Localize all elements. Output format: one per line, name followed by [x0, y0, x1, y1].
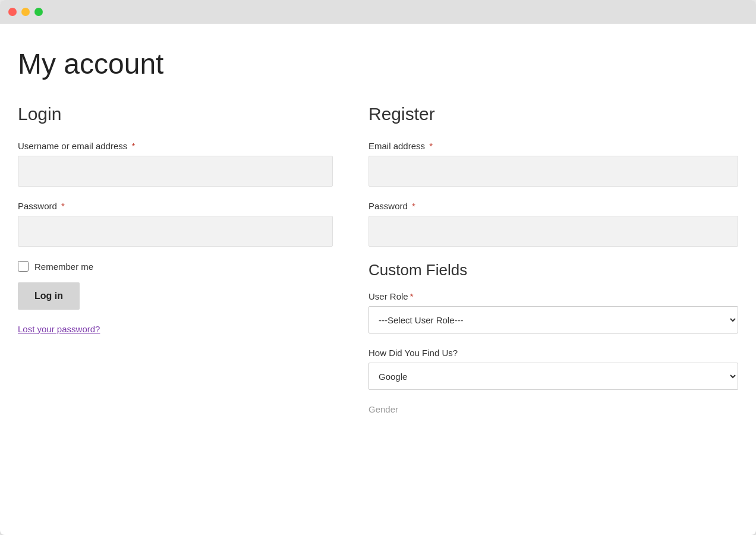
custom-fields-title: Custom Fields — [368, 261, 738, 279]
username-input[interactable] — [18, 156, 333, 187]
username-field-group: Username or email address * — [18, 141, 333, 187]
remember-me-label: Remember me — [34, 262, 93, 272]
page-content: My account Login Username or email addre… — [0, 24, 756, 452]
user-role-required-star: * — [410, 291, 414, 301]
login-button[interactable]: Log in — [18, 282, 80, 310]
lost-password-link[interactable]: Lost your password? — [18, 324, 100, 334]
find-us-label: How Did You Find Us? — [368, 348, 738, 358]
user-role-label: User Role* — [368, 291, 738, 301]
register-section-title: Register — [368, 104, 738, 124]
gender-field-group: Gender — [368, 404, 738, 414]
register-password-field-group: Password * — [368, 201, 738, 247]
register-section: Register Email address * Password * Cust… — [368, 104, 738, 429]
page-title: My account — [18, 48, 738, 80]
find-us-field-group: How Did You Find Us? Google Social Media… — [368, 348, 738, 390]
remember-me-checkbox[interactable] — [18, 261, 29, 272]
maximize-button[interactable] — [34, 8, 43, 16]
window: My account Login Username or email addre… — [0, 0, 756, 535]
register-email-input[interactable] — [368, 156, 738, 187]
register-password-label: Password * — [368, 201, 738, 211]
login-section: Login Username or email address * Passwo… — [18, 104, 333, 429]
login-password-input[interactable] — [18, 216, 333, 247]
login-section-title: Login — [18, 104, 333, 124]
register-email-required-star: * — [427, 141, 433, 151]
find-us-select[interactable]: Google Social Media Friend Advertisement… — [368, 363, 738, 390]
register-password-required-star: * — [410, 201, 415, 211]
user-role-field-group: User Role* ---Select User Role--- Admin … — [368, 291, 738, 333]
gender-label: Gender — [368, 404, 738, 414]
user-role-select[interactable]: ---Select User Role--- Admin Editor Subs… — [368, 306, 738, 333]
titlebar — [0, 0, 756, 24]
username-label: Username or email address * — [18, 141, 333, 151]
login-password-required-star: * — [59, 201, 65, 211]
register-email-label: Email address * — [368, 141, 738, 151]
close-button[interactable] — [8, 8, 17, 16]
register-password-input[interactable] — [368, 216, 738, 247]
remember-me-row: Remember me — [18, 261, 333, 272]
login-password-label: Password * — [18, 201, 333, 211]
columns-layout: Login Username or email address * Passwo… — [18, 104, 738, 429]
register-email-field-group: Email address * — [368, 141, 738, 187]
minimize-button[interactable] — [21, 8, 30, 16]
username-required-star: * — [129, 141, 135, 151]
login-password-field-group: Password * — [18, 201, 333, 247]
